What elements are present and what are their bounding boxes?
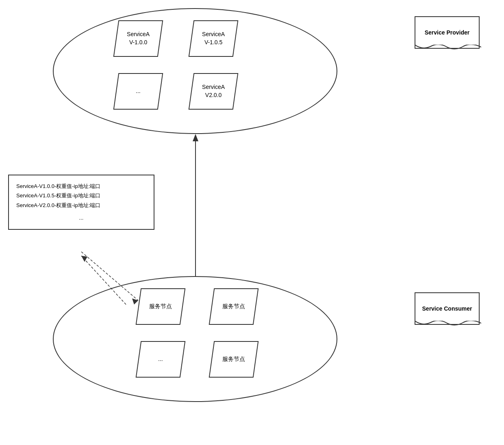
service-box-a-v100: ServiceA V-1.0.0 (113, 20, 163, 57)
service-box-c2: 服务节点 (209, 288, 259, 325)
service-box-c1: 服务节点 (136, 288, 186, 325)
service-box-c-dots: ... (136, 341, 186, 378)
service-box-a-v200: ServiceA V2.0.0 (189, 73, 239, 110)
service-box-a-v105: ServiceA V-1.0.5 (189, 20, 239, 57)
service-box-c3: 服务节点 (209, 341, 259, 378)
consumer-note: Service Consumer (415, 292, 480, 325)
registry-entry-dots: ... (16, 213, 146, 222)
registry-info-box: ServiceA-V1.0.0-权重值-ip地址:端口 ServiceA-V1.… (8, 175, 154, 230)
diagram-container: ServiceA V-1.0.0 ServiceA V-1.0.5 ... Se… (0, 0, 504, 445)
service-box-a-dots: ... (113, 73, 163, 110)
svg-marker-5 (81, 256, 87, 262)
registry-entry-1: ServiceA-V1.0.0-权重值-ip地址:端口 (16, 181, 146, 191)
svg-marker-1 (193, 134, 198, 141)
provider-note: Service Provider (415, 16, 480, 49)
registry-entry-3: ServiceA-V2.0.0-权重值-ip地址:端口 (16, 201, 146, 210)
registry-entry-2: ServiceA-V1.0.5-权重值-ip地址:端口 (16, 191, 146, 200)
consumer-ellipse (53, 276, 337, 402)
